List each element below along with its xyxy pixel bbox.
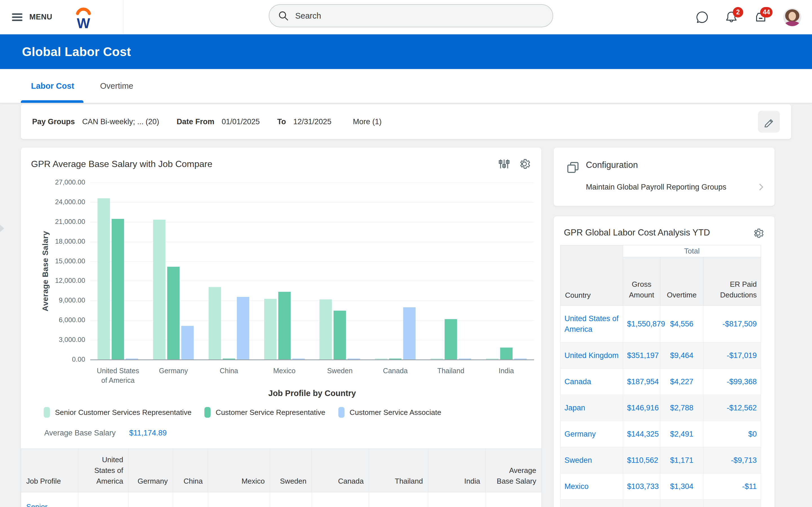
ytd-cell: $9,464 [660,342,703,369]
legend-swatch [338,407,345,418]
maintain-groups-link[interactable]: Maintain Global Payroll Reporting Groups [586,182,765,191]
chart-gear-button[interactable] [518,158,530,170]
amount-link[interactable]: -$99,368 [726,378,757,386]
bar[interactable] [278,292,291,360]
ytd-cell: $144,325 [623,421,660,447]
legend-label: Senior Customer Services Representative [55,408,192,417]
ytd-cell: United Kingdom [560,342,623,369]
menu-button[interactable]: MENU [0,0,67,34]
bar[interactable] [334,311,346,360]
search-bar[interactable] [269,4,553,27]
amount-link[interactable]: $2,491 [670,430,694,438]
legend-item[interactable]: Senior Customer Services Representative [44,407,192,418]
date-from-value[interactable]: 01/01/2025 [221,117,260,126]
amount-link[interactable]: $351,197 [627,351,659,360]
amount-link[interactable]: -$17,019 [726,351,757,360]
workday-logo[interactable]: W [74,4,93,30]
amount-link[interactable]: $144,325 [627,430,659,438]
legend-item[interactable]: Customer Service Representative [204,407,325,418]
y-tick-label: 24,000.00 [55,198,85,206]
country-link[interactable]: Japan [564,404,585,412]
salary-chart-card: GPR Average Base Salary with Job Compare… [21,148,541,507]
pay-groups-value[interactable]: CAN Bi-weekly; ... (20) [82,117,159,126]
bar[interactable] [167,267,180,360]
country-column-header: Country [560,245,623,305]
amount-link[interactable]: $0 [748,430,757,438]
y-tick-label: 27,000.00 [55,178,85,186]
amount-link[interactable]: $2,788 [670,404,694,412]
ytd-cell: $351,197 [623,342,660,369]
bar[interactable] [500,348,513,360]
country-link[interactable]: Mexico [564,482,589,491]
bar-group [423,182,479,360]
edit-filters-button[interactable] [758,111,780,133]
search-input[interactable] [295,11,544,20]
to-value[interactable]: 12/31/2025 [293,117,331,126]
average-salary-label: Average Base Salary [44,429,116,438]
amount-link[interactable]: -$11 [742,482,757,491]
amount-link[interactable]: -$9,713 [731,456,757,464]
amount-cell: $15,090.04 [486,492,542,507]
ytd-cell: $110,562 [623,447,660,473]
country-link[interactable]: Sweden [564,456,592,464]
configuration-card: Configuration Maintain Global Payroll Re… [554,148,774,206]
topbar-divider [123,0,123,34]
country-link[interactable]: Germany [564,430,596,438]
ytd-group-header-row: Country Total [560,245,761,257]
tab-labor-cost[interactable]: Labor Cost [31,69,74,103]
ytd-gear-button[interactable] [751,226,765,240]
more-filters-link[interactable]: More (1) [353,117,382,126]
amount-link[interactable]: $187,954 [627,378,659,386]
amount-link[interactable]: -$12,562 [726,404,757,412]
amount-link[interactable]: $1,550,879 [627,320,665,328]
amount-link[interactable]: $4,556 [670,320,694,328]
chat-icon [697,12,707,22]
legend-item[interactable]: Customer Service Associate [338,407,441,418]
bar[interactable] [237,297,249,360]
amount-link[interactable]: $110,562 [627,456,658,464]
bar[interactable] [98,198,110,360]
amount-link[interactable]: $1,171 [670,456,694,464]
notifications-button[interactable]: 2 [725,10,738,24]
bar[interactable] [112,219,124,360]
chart-groups [90,182,534,360]
pay-groups-label: Pay Groups [32,117,75,126]
ytd-cell: -$99,368 [703,369,761,395]
country-link[interactable]: Canada [564,378,591,386]
job-column-header: Canada [312,449,369,492]
amount-link[interactable]: $1,304 [670,482,694,491]
bar-group [257,182,312,360]
amount-link[interactable]: $9,464 [670,351,694,360]
avatar-shoulders [784,21,800,26]
amount-cell: $11,056.99 [173,492,208,507]
average-salary-value[interactable]: $11,174.89 [129,429,167,438]
bar[interactable] [403,307,416,360]
tab-bar: Labor Cost Overtime [0,69,812,103]
tab-overtime[interactable]: Overtime [100,69,133,103]
ytd-cell: Japan [560,395,623,421]
inbox-button[interactable]: 44 [754,10,767,24]
amount-link[interactable]: $146,916 [627,404,659,412]
amount-link[interactable]: $103,733 [627,482,659,491]
amount-link[interactable]: $4,227 [670,378,694,386]
bar[interactable] [445,319,457,360]
profile-avatar[interactable] [783,8,801,26]
job-table-header-row: Job ProfileUnited States of AmericaGerma… [21,449,542,492]
amount-link[interactable]: -$817,509 [722,320,757,328]
chart-settings-button[interactable] [498,158,510,170]
job-profile-link[interactable]: Senior Customer Services Representative [26,503,75,507]
filter-bar: Pay Groups CAN Bi-weekly; ... (20) Date … [21,104,791,139]
bar[interactable] [264,299,276,360]
country-link[interactable]: United Kingdom [564,351,619,360]
bar[interactable] [153,220,165,360]
bar[interactable] [209,287,221,360]
x-axis-title: Job Profile by Country [90,389,534,398]
chart-yticks: 27,000.0024,000.0021,000.0018,000.0015,0… [21,182,85,360]
bar[interactable] [319,299,332,360]
ytd-cell: $2,491 [660,421,703,447]
chat-button[interactable] [695,10,709,24]
ytd-table-row: Germany$144,325$2,491$0 [560,421,761,447]
bar[interactable] [181,326,194,360]
country-link[interactable]: United States of America [564,314,619,334]
panel-collapse-arrow[interactable] [0,225,4,232]
